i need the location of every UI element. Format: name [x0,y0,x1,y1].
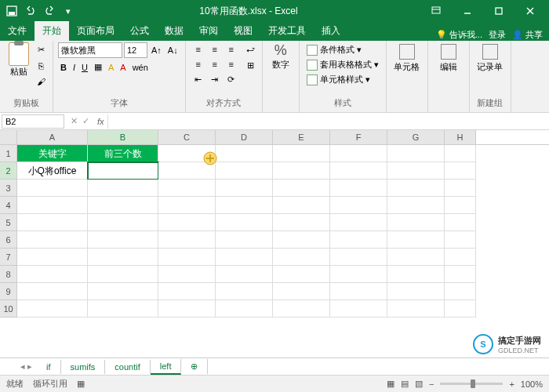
grow-font-icon[interactable]: A↑ [149,43,164,57]
cell[interactable] [330,180,387,197]
cell[interactable] [445,266,476,283]
zoom-out-icon[interactable]: − [429,379,434,389]
cell[interactable] [273,300,330,318]
cell[interactable] [445,300,476,318]
share-button[interactable]: 👤 共享 [512,29,543,41]
cell[interactable] [387,214,445,231]
font-color-icon[interactable]: A [118,60,128,74]
cell-grid[interactable]: 1关键字前三个数2小Q将office345678910 [0,145,549,318]
select-all-corner[interactable] [0,130,17,144]
indent-inc-icon[interactable]: ⇥ [207,72,223,86]
row-header[interactable]: 5 [0,214,17,231]
cell[interactable] [387,145,445,162]
cell-styles-button[interactable]: 单元格样式▾ [304,72,373,87]
zoom-in-icon[interactable]: + [509,379,514,389]
shrink-font-icon[interactable]: A↓ [165,43,180,57]
fill-color-icon[interactable]: A [106,60,116,74]
cell[interactable] [445,214,476,231]
cell[interactable] [17,283,88,300]
zoom-slider[interactable] [440,383,503,385]
tab-view[interactable]: 视图 [226,21,260,41]
cell[interactable] [387,197,445,214]
cell[interactable] [88,214,158,231]
name-box[interactable]: B2 [2,114,64,129]
align-top-icon[interactable]: ≡ [191,42,206,56]
cut-icon[interactable]: ✂ [35,42,48,57]
cell[interactable] [17,231,88,249]
cell[interactable] [158,249,216,266]
row-header[interactable]: 9 [0,283,17,300]
zoom-level[interactable]: 100% [521,379,543,389]
row-header[interactable]: 6 [0,231,17,249]
cell[interactable] [330,266,387,283]
cell[interactable] [330,162,387,180]
row-header[interactable]: 1 [0,145,17,162]
cell[interactable] [216,283,273,300]
tab-file[interactable]: 文件 [0,21,35,41]
cell[interactable] [158,214,216,231]
cell[interactable] [216,214,273,231]
indent-dec-icon[interactable]: ⇤ [191,72,206,86]
phonetic-icon[interactable]: wén [130,60,151,74]
qat-more-icon[interactable]: ▾ [60,2,77,20]
cell[interactable] [273,231,330,249]
col-header-g[interactable]: G [387,130,445,144]
cell[interactable] [387,180,445,197]
number-format-button[interactable]: %数字 [267,42,294,71]
cell[interactable]: 关键字 [17,145,88,162]
format-as-table-button[interactable]: 套用表格格式▾ [304,57,381,72]
copy-icon[interactable]: ⎘ [35,59,48,73]
enter-formula-icon[interactable]: ✓ [82,116,89,126]
cell[interactable] [445,162,476,180]
cell[interactable] [158,266,216,283]
tab-review[interactable]: 审阅 [191,21,226,41]
cell[interactable] [158,145,216,162]
cell[interactable] [445,283,476,300]
redo-icon[interactable] [41,2,58,20]
col-header-c[interactable]: C [158,130,216,144]
ribbon-options-icon[interactable] [420,0,452,22]
cell[interactable] [17,266,88,283]
align-right-icon[interactable]: ≡ [224,57,239,71]
row-header[interactable]: 2 [0,162,17,180]
cell[interactable] [445,145,476,162]
cell[interactable] [88,249,158,266]
cell[interactable] [445,231,476,249]
cell[interactable] [158,162,216,180]
cell[interactable] [216,145,273,162]
cell[interactable] [330,249,387,266]
fx-icon[interactable]: fx [94,117,107,126]
cell[interactable] [17,197,88,214]
col-header-h[interactable]: H [445,130,476,144]
login-link[interactable]: 登录 [489,29,506,41]
cell[interactable] [330,145,387,162]
cell[interactable] [330,214,387,231]
cell[interactable] [273,197,330,214]
cell[interactable] [387,300,445,318]
undo-icon[interactable] [22,2,39,20]
align-middle-icon[interactable]: ≡ [207,42,223,56]
cell[interactable] [273,180,330,197]
border-icon[interactable]: ▦ [92,60,104,74]
paste-button[interactable]: 粘贴 [5,42,33,78]
cell[interactable] [445,249,476,266]
save-icon[interactable] [3,2,20,20]
underline-button[interactable]: U [79,60,90,74]
cell[interactable] [216,300,273,318]
col-header-a[interactable]: A [17,130,88,144]
sheet-tab-sumifs[interactable]: sumifs [61,360,106,374]
cell[interactable] [216,249,273,266]
formula-bar[interactable] [107,114,549,129]
cell[interactable] [216,266,273,283]
cancel-formula-icon[interactable]: ✕ [71,116,78,126]
close-icon[interactable] [514,0,546,22]
cell[interactable] [158,197,216,214]
cell[interactable] [445,180,476,197]
cell[interactable] [330,231,387,249]
cell[interactable] [216,180,273,197]
cell[interactable] [158,180,216,197]
font-size-select[interactable]: 12 [124,42,147,58]
cell[interactable]: 小Q将office [17,162,88,180]
cell[interactable] [88,300,158,318]
cell[interactable] [273,266,330,283]
